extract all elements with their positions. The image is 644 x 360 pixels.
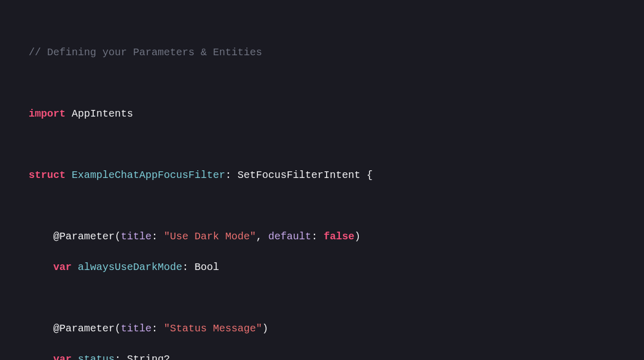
code-line-blank xyxy=(29,137,615,152)
paren-close: ) xyxy=(354,231,360,242)
code-line-param1-attr: @Parameter(title: "Use Dark Mode", defau… xyxy=(29,229,615,244)
var-name: status xyxy=(72,353,115,360)
string-literal: "Use Dark Mode" xyxy=(164,231,256,242)
bool-literal: false xyxy=(324,231,354,242)
comment-text: // Defining your Parameters & Entities xyxy=(29,47,262,58)
paren-close: ) xyxy=(262,323,268,334)
code-line-blank xyxy=(29,290,615,306)
var-type: : String? xyxy=(115,353,170,360)
param-attr-open: @Parameter( xyxy=(29,323,121,334)
code-line-param1-var: var alwaysUseDarkMode: Bool xyxy=(29,260,615,275)
string-literal: "Status Message" xyxy=(164,323,262,334)
param-title-label: title xyxy=(121,323,152,334)
import-keyword: import xyxy=(29,108,66,120)
var-keyword: var xyxy=(53,353,72,360)
colon: : xyxy=(311,231,324,242)
colon: : xyxy=(152,323,164,334)
code-block: // Defining your Parameters & Entities i… xyxy=(29,30,615,360)
indent xyxy=(29,261,53,273)
code-line-comment: // Defining your Parameters & Entities xyxy=(29,45,615,60)
param-attr-open: @Parameter( xyxy=(29,231,121,242)
param-default-label: default xyxy=(268,231,311,242)
var-type: : Bool xyxy=(182,261,219,273)
code-line-blank xyxy=(29,198,615,214)
import-module: AppIntents xyxy=(66,108,133,120)
struct-name: ExampleChatAppFocusFilter xyxy=(66,169,225,181)
indent xyxy=(29,353,53,360)
var-name: alwaysUseDarkMode xyxy=(72,261,182,273)
colon: : xyxy=(152,231,164,242)
param-title-label: title xyxy=(121,231,152,242)
struct-keyword: struct xyxy=(29,169,66,181)
comma: , xyxy=(256,231,268,242)
code-line-struct: struct ExampleChatAppFocusFilter: SetFoc… xyxy=(29,168,615,183)
code-line-import: import AppIntents xyxy=(29,106,615,122)
struct-protocol: : SetFocusFilterIntent { xyxy=(225,169,373,181)
var-keyword: var xyxy=(53,261,72,273)
code-line-param2-var: var status: String? xyxy=(29,352,615,360)
code-line-blank xyxy=(29,76,615,91)
code-line-param2-attr: @Parameter(title: "Status Message") xyxy=(29,321,615,336)
